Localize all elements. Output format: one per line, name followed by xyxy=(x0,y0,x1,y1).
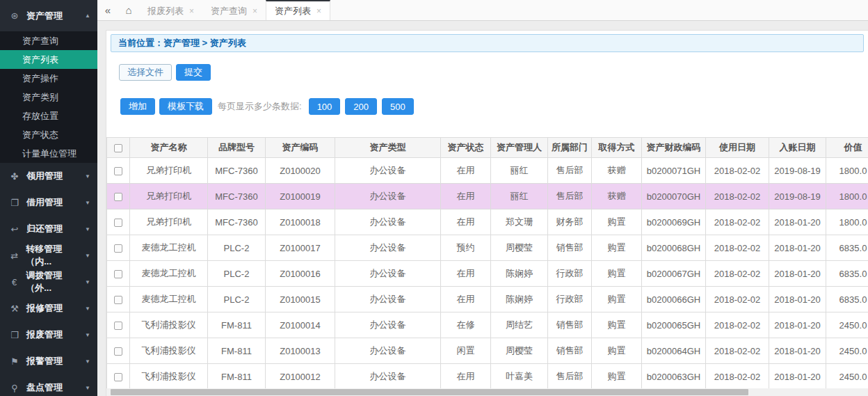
row-select-cell xyxy=(107,312,130,338)
table-cell: 在用 xyxy=(441,364,491,390)
row-select-cell xyxy=(107,261,130,287)
tab-2[interactable]: 资产查询× xyxy=(202,0,266,20)
tab-1[interactable]: 报废列表× xyxy=(139,0,202,20)
table-cell: FM-811 xyxy=(208,312,266,338)
page-size-options: 100200500 xyxy=(309,98,414,115)
page-size-500-button[interactable]: 500 xyxy=(382,98,414,115)
tab-label: 资产查询 xyxy=(211,5,247,17)
sidebar-subitem-5[interactable]: 存放位置 xyxy=(0,106,97,125)
table-cell: 购置 xyxy=(592,364,642,390)
chevron-down-icon: ▼ xyxy=(85,253,90,259)
table-cell: b0200064GH xyxy=(642,338,706,364)
table-cell: 6835.0 xyxy=(826,261,868,287)
borrow-icon: ❐ xyxy=(8,198,21,208)
collapse-tabs-icon[interactable]: « xyxy=(97,0,118,20)
table-cell: 办公设备 xyxy=(335,261,441,287)
table-cell: 办公设备 xyxy=(335,235,441,261)
table-cell: Z0100014 xyxy=(266,312,335,338)
row-checkbox[interactable] xyxy=(114,296,122,304)
sidebar-item-label: 归还管理 xyxy=(26,223,63,235)
horizontal-scrollbar-thumb[interactable] xyxy=(111,389,748,395)
column-header: 资产财政编码 xyxy=(642,138,706,158)
sidebar-item-4[interactable]: ↩归还管理▼ xyxy=(0,216,97,242)
table-cell: 在用 xyxy=(441,184,491,209)
horizontal-scrollbar[interactable] xyxy=(106,388,868,396)
page-size-100-button[interactable]: 100 xyxy=(309,98,341,115)
sidebar-item-1[interactable]: ⊛资产管理▲ xyxy=(0,0,97,31)
sidebar-item-2[interactable]: ✤领用管理▼ xyxy=(0,163,97,189)
table-row: 麦德龙工控机PLC-2Z0100015办公设备在用陈娴婷行政部购置b020006… xyxy=(107,287,868,312)
table-cell: 售后部 xyxy=(548,158,592,184)
row-select-cell xyxy=(107,287,130,312)
sidebar-item-label: 报警管理 xyxy=(26,355,63,367)
row-checkbox[interactable] xyxy=(114,193,122,201)
tab-3[interactable]: 资产列表× xyxy=(266,0,330,20)
row-checkbox[interactable] xyxy=(114,270,122,278)
return-icon: ↩ xyxy=(8,224,21,235)
select-all-checkbox[interactable] xyxy=(114,144,122,152)
table-cell: 闲置 xyxy=(441,338,491,364)
row-checkbox[interactable] xyxy=(114,322,122,330)
table-cell: 行政部 xyxy=(548,261,592,287)
table-cell: 麦德龙工控机 xyxy=(130,287,208,312)
sidebar: ⊛资产管理▲资产查询资产列表资产操作资产类别存放位置资产状态计量单位管理✤领用管… xyxy=(0,0,97,396)
tab-close-icon[interactable]: × xyxy=(252,6,257,16)
sidebar-item-8[interactable]: ❒报废管理▼ xyxy=(0,322,97,348)
table-cell: 1800.0 xyxy=(826,209,868,235)
row-checkbox[interactable] xyxy=(114,244,122,253)
tab-list: 报废列表×资产查询×资产列表× xyxy=(139,0,330,20)
table-cell: 周结艺 xyxy=(491,312,548,338)
row-checkbox[interactable] xyxy=(114,167,122,175)
choose-file-button[interactable]: 选择文件 xyxy=(119,64,172,81)
sidebar-item-10[interactable]: ⚲盘点管理▼ xyxy=(0,374,97,396)
table-cell: 飞利浦投影仪 xyxy=(130,364,208,390)
sidebar-subitem-3[interactable]: 资产操作 xyxy=(0,69,97,88)
template-download-button[interactable]: 模板下载 xyxy=(159,98,212,115)
sidebar-subitem-7[interactable]: 计量单位管理 xyxy=(0,144,97,163)
table-cell: 售后部 xyxy=(548,184,592,209)
table-cell: Z0100019 xyxy=(266,184,335,209)
breadcrumb: 当前位置：资产管理 > 资产列表 xyxy=(111,34,864,52)
table-cell: b0200063GH xyxy=(642,364,706,390)
table-cell: 办公设备 xyxy=(335,158,441,184)
home-icon[interactable]: ⌂ xyxy=(118,0,139,20)
table-cell: 2018-02-02 xyxy=(706,312,769,338)
row-checkbox[interactable] xyxy=(114,373,122,381)
row-checkbox[interactable] xyxy=(114,219,122,227)
asset-table: 资产名称品牌型号资产编码资产类型资产状态资产管理人所属部门取得方式资产财政编码使… xyxy=(106,137,868,390)
tab-close-icon[interactable]: × xyxy=(316,6,321,16)
sidebar-item-9[interactable]: ⚑报警管理▼ xyxy=(0,348,97,374)
table-cell: 办公设备 xyxy=(335,364,441,390)
table-cell: 2019-08-19 xyxy=(769,158,826,184)
tab-bar: « ⌂ 报废列表×资产查询×资产列表× xyxy=(97,0,868,21)
table-cell: b0200071GH xyxy=(642,158,706,184)
table-cell: 2018-02-02 xyxy=(706,287,769,312)
sidebar-subitem-2[interactable]: 资产列表 xyxy=(0,50,97,69)
table-cell: 购置 xyxy=(592,312,642,338)
table-cell: 购置 xyxy=(592,209,642,235)
table-cell: 2450.0 xyxy=(826,312,868,338)
table-cell: 丽红 xyxy=(491,184,548,209)
sidebar-subitem-6[interactable]: 资产状态 xyxy=(0,125,97,144)
tab-close-icon[interactable]: × xyxy=(189,6,194,16)
alarm-icon: ⚑ xyxy=(8,356,21,367)
page-size-200-button[interactable]: 200 xyxy=(345,98,377,115)
chevron-down-icon: ▼ xyxy=(85,332,90,338)
sidebar-item-5[interactable]: ⇄转移管理（内...▼ xyxy=(0,242,97,269)
table-cell: 周樱莹 xyxy=(491,338,548,364)
sidebar-item-6[interactable]: €调拨管理（外...▼ xyxy=(0,269,97,295)
sidebar-item-3[interactable]: ❐借用管理▼ xyxy=(0,189,97,216)
table-cell: 陈娴婷 xyxy=(491,287,548,312)
table-cell: PLC-2 xyxy=(208,261,266,287)
table-cell: MFC-7360 xyxy=(208,158,266,184)
add-button[interactable]: 增加 xyxy=(120,98,155,115)
row-select-cell xyxy=(107,209,130,235)
inventory-icon: ⚲ xyxy=(8,383,21,393)
sidebar-subitem-4[interactable]: 资产类别 xyxy=(0,88,97,106)
sidebar-subitem-1[interactable]: 资产查询 xyxy=(0,31,97,50)
sidebar-item-7[interactable]: ⚒报修管理▼ xyxy=(0,295,97,322)
submit-button[interactable]: 提交 xyxy=(176,64,211,81)
row-checkbox[interactable] xyxy=(114,347,122,356)
table-cell: 购置 xyxy=(592,261,642,287)
column-header: 资产类型 xyxy=(335,138,441,158)
